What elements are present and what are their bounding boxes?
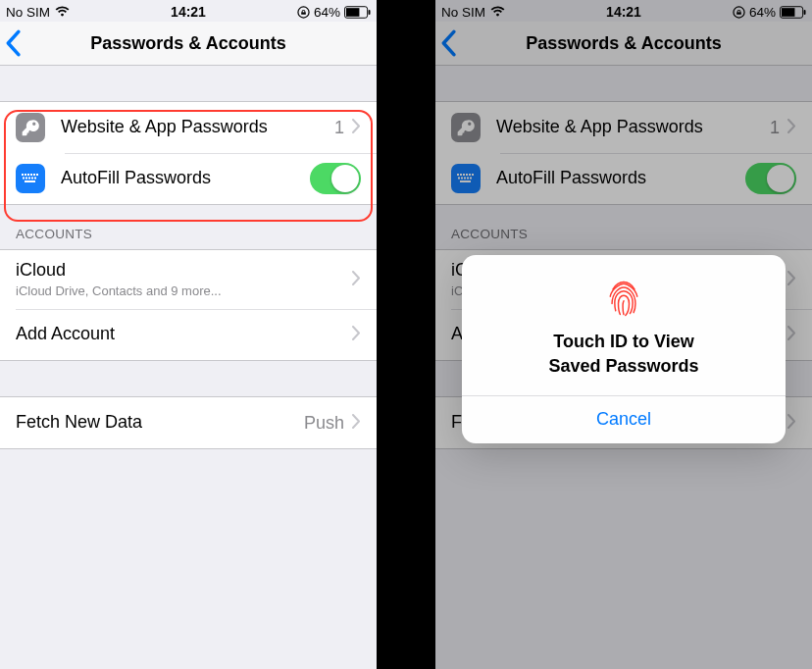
chevron-right-icon xyxy=(352,326,361,344)
website-passwords-label: Website & App Passwords xyxy=(61,117,334,138)
back-button[interactable] xyxy=(4,22,22,65)
accounts-group: iCloud iCloud Drive, Contacts and 9 more… xyxy=(0,249,377,361)
svg-rect-13 xyxy=(28,178,30,180)
svg-rect-2 xyxy=(346,8,360,17)
keyboard-icon xyxy=(16,164,45,193)
icloud-subtitle: iCloud Drive, Contacts and 9 more... xyxy=(16,283,352,299)
fetch-row[interactable]: Fetch New Data Push xyxy=(0,397,377,448)
svg-rect-9 xyxy=(33,174,35,176)
chevron-right-icon xyxy=(352,414,361,433)
key-icon xyxy=(16,113,45,142)
touchid-alert: Touch ID to ViewSaved Passwords Cancel xyxy=(462,255,786,443)
svg-rect-16 xyxy=(25,180,35,182)
svg-rect-7 xyxy=(27,174,29,176)
accounts-header: ACCOUNTS xyxy=(0,205,377,249)
clock: 14:21 xyxy=(171,4,206,20)
svg-rect-11 xyxy=(23,178,25,180)
screen-left: No SIM 14:21 64% Passwords & Accounts xyxy=(0,0,377,669)
svg-rect-6 xyxy=(25,174,26,176)
icloud-row[interactable]: iCloud iCloud Drive, Contacts and 9 more… xyxy=(0,250,377,309)
svg-rect-3 xyxy=(369,10,371,15)
icloud-title: iCloud xyxy=(16,260,352,282)
screen-right: No SIM 14:21 64% Passwords & Accounts xyxy=(435,0,812,669)
battery-pct: 64% xyxy=(314,5,340,20)
fetch-value: Push xyxy=(304,413,344,434)
website-passwords-row[interactable]: Website & App Passwords 1 xyxy=(0,102,377,153)
passwords-count: 1 xyxy=(334,118,344,138)
alert-title: Touch ID to ViewSaved Passwords xyxy=(482,330,766,378)
alert-cancel-button[interactable]: Cancel xyxy=(462,396,786,443)
add-account-row[interactable]: Add Account xyxy=(0,309,377,360)
svg-rect-5 xyxy=(22,174,24,176)
orientation-lock-icon xyxy=(297,6,310,19)
add-account-label: Add Account xyxy=(16,324,352,345)
svg-rect-12 xyxy=(25,178,27,180)
svg-rect-10 xyxy=(36,174,38,176)
autofill-row[interactable]: AutoFill Passwords xyxy=(0,153,377,204)
autofill-label: AutoFill Passwords xyxy=(61,168,310,189)
chevron-right-icon xyxy=(352,119,361,137)
svg-rect-15 xyxy=(34,178,36,180)
page-title: Passwords & Accounts xyxy=(0,33,377,54)
nav-bar: Passwords & Accounts xyxy=(0,22,377,66)
wifi-icon xyxy=(55,6,70,18)
passwords-group: Website & App Passwords 1 AutoFill Passw… xyxy=(0,101,377,205)
status-bar: No SIM 14:21 64% xyxy=(0,0,377,22)
battery-icon xyxy=(344,6,371,19)
fingerprint-icon xyxy=(602,277,645,320)
fetch-label: Fetch New Data xyxy=(16,412,304,434)
carrier-text: No SIM xyxy=(6,5,50,20)
chevron-right-icon xyxy=(352,271,361,289)
svg-rect-8 xyxy=(30,174,32,176)
svg-rect-14 xyxy=(31,178,33,180)
fetch-group: Fetch New Data Push xyxy=(0,396,377,449)
modal-overlay: Touch ID to ViewSaved Passwords Cancel xyxy=(435,0,812,669)
autofill-toggle[interactable] xyxy=(310,163,361,194)
